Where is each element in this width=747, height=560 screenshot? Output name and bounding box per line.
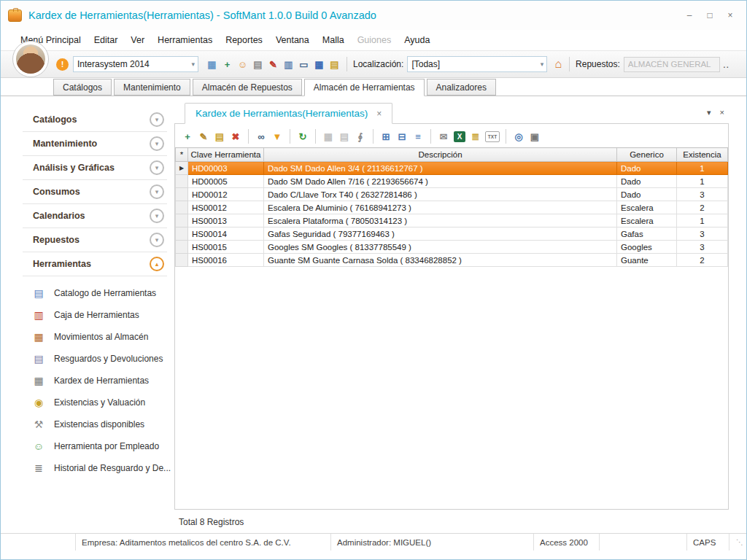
card-icon[interactable]: ▤ [327,57,342,71]
cell[interactable]: HD00012 [188,188,264,201]
table-columns-icon[interactable]: ▦ [311,57,327,71]
panel-close-icon[interactable]: × [720,108,724,117]
cell[interactable]: HD00005 [188,175,264,188]
document-tab[interactable]: Kardex de Herramientas(Herramientas) × [185,103,392,124]
tab-almacen-de-herramientas[interactable]: Almacén de Herramientas [304,79,425,96]
menu-herramientas[interactable]: Herramientas [151,35,219,45]
row-selector[interactable] [176,254,188,267]
edit-record-icon[interactable]: ✎ [196,129,212,144]
menu-malla[interactable]: Malla [316,35,351,45]
cell[interactable]: Escalera [617,214,677,228]
expand-tree-icon[interactable]: ⊟ [394,129,410,144]
cell[interactable]: HS00016 [188,254,264,267]
expand-arrow-icon[interactable]: ▾ [150,184,164,199]
sidebar-item-kardex-de-herramientas[interactable]: ▦Kardex de Herramientas [23,370,167,392]
sidebar-section-repuestos[interactable]: Repuestos▾ [23,228,167,252]
edit-pencil-icon[interactable]: ✎ [266,57,281,71]
sidebar-section-mantenimiento[interactable]: Mantenimiento▾ [23,132,167,156]
table-row[interactable]: HS00013Escalera Plataforma ( 78050314123… [176,214,728,228]
row-selector[interactable] [176,241,188,254]
sidebar-item-existencias-y-valuacion[interactable]: ◉Existencias y Valuación [23,392,167,413]
repuestos-input[interactable] [624,57,720,72]
add-record-icon[interactable]: + [179,129,196,144]
localizacion-combo[interactable]: [Todas] ▾ [407,56,547,72]
cell[interactable]: Dado [617,188,677,201]
row-selector[interactable] [176,188,188,201]
row-selector[interactable] [176,201,188,214]
row-selector[interactable]: ▶ [176,162,188,175]
cell[interactable]: Dado [617,175,677,188]
cell[interactable]: Googles [617,241,677,254]
txt-export-icon[interactable]: TXT [485,131,500,142]
home-icon[interactable]: ⌂ [554,58,562,71]
cell[interactable]: Gafas Seguridad ( 79377169463 ) [264,228,617,241]
new-item-icon[interactable]: + [220,57,235,71]
refresh-icon[interactable]: ↻ [295,129,311,144]
attachment-icon[interactable]: ∮ [352,129,368,144]
cell[interactable]: 2 [677,201,728,214]
close-button[interactable]: × [721,8,739,23]
cell[interactable]: 3 [677,241,728,254]
cell[interactable]: 2 [677,254,728,267]
tab-catalogos[interactable]: Catálogos [53,79,112,96]
cell[interactable]: Googles SM Googles ( 81337785549 ) [264,241,617,254]
sidebar-item-caja-de-herramientas[interactable]: ▥Caja de Herramientas [23,304,167,326]
sidebar-item-historial-de-resguardo-y-de[interactable]: ≣Historial de Resguardo y De... [23,457,167,479]
panel-menu-icon[interactable]: ▾ [707,108,711,117]
cell[interactable]: Dado C/Llave Torx T40 ( 26327281486 ) [264,188,617,201]
sidebar-section-catalogos[interactable]: Catálogos▾ [23,108,167,132]
notes-icon[interactable]: ≣ [468,129,484,144]
excel-export-icon[interactable]: X [454,131,465,142]
print-icon[interactable]: ▣ [527,129,543,144]
table-row[interactable]: HD00012Dado C/Llave Torx T40 ( 263272814… [176,188,728,201]
tab-close-icon[interactable]: × [376,109,382,119]
expand-arrow-icon[interactable]: ▾ [150,209,164,223]
sidebar-item-existencias-disponibles[interactable]: ⚒Existencias disponibles [23,413,167,435]
row-selector[interactable] [176,175,188,188]
document-icon[interactable]: ▤ [250,57,266,71]
menu-ver[interactable]: Ver [124,35,151,45]
expand-arrow-icon[interactable]: ▾ [150,233,164,247]
minimize-button[interactable]: – [681,8,698,23]
menu-reportes[interactable]: Reportes [219,35,269,45]
row-selector[interactable] [176,228,188,241]
sidebar-item-herramienta-por-empleado[interactable]: ☺Herramienta por Empleado [23,435,167,457]
menu-editar[interactable]: Editar [88,35,125,45]
cell[interactable]: 1 [677,214,728,228]
menu-ayuda[interactable]: Ayuda [398,35,436,45]
print-preview-icon[interactable]: ◎ [511,129,527,144]
chevron-down-icon[interactable]: ▾ [188,61,198,68]
cell[interactable]: Guante [617,254,677,267]
copy-icon[interactable]: ▥ [281,57,296,71]
sidebar-section-consumos[interactable]: Consumos▾ [23,180,167,204]
sidebar-item-movimientos-al-almacen[interactable]: ▦Movimientos al Almacén [23,326,167,348]
user-avatar[interactable] [12,41,49,77]
photo-icon[interactable]: ▦ [204,57,220,71]
cell[interactable]: Gafas [617,228,677,241]
sidebar-section-calendarios[interactable]: Calendarios▾ [23,204,167,228]
expand-arrow-icon[interactable]: ▾ [150,136,164,151]
tab-analizadores[interactable]: Analizadores [427,79,496,96]
cell[interactable]: HD00003 [188,162,264,175]
sidebar-item-catalogo-de-herramientas[interactable]: ▤Catalogo de Herramientas [23,282,167,304]
cell[interactable]: Dado [617,162,677,175]
cell[interactable]: Escalera De Aluminio ( 76168941273 ) [264,201,617,214]
cell[interactable]: Dado SM Dado Allen 7/16 ( 22193656674 ) [264,175,617,188]
expand-arrow-icon[interactable]: ▾ [150,112,164,127]
picture-icon[interactable]: ▦ [320,129,336,144]
table-row[interactable]: HS00016Guante SM Guante Carnasa Solda ( … [176,254,728,267]
cell[interactable]: 3 [677,228,728,241]
menu-ventana[interactable]: Ventana [269,35,316,45]
resize-grip[interactable]: ⋱ [729,534,746,551]
sidebar-section-herramientas[interactable]: Herramientas▴ [23,252,167,276]
company-combo[interactable]: Interasystem 2014 ▾ [73,56,198,72]
tree-levels-icon[interactable]: ≡ [410,129,426,144]
users-icon[interactable]: ☺ [235,57,250,71]
tab-almacen-de-repuestos[interactable]: Almacén de Repuestos [193,79,302,96]
sidebar-item-resguardos-y-devoluciones[interactable]: ▤Resguardos y Devoluciones [23,348,167,370]
more-button[interactable]: ‥ [720,59,732,70]
column-header-clave-herramienta[interactable]: Clave Herramienta [188,148,264,162]
cell[interactable]: Escalera [617,201,677,214]
maximize-button[interactable]: □ [701,8,719,23]
cell[interactable]: Dado SM Dado Allen 3/4 ( 21136612767 ) [264,162,617,175]
